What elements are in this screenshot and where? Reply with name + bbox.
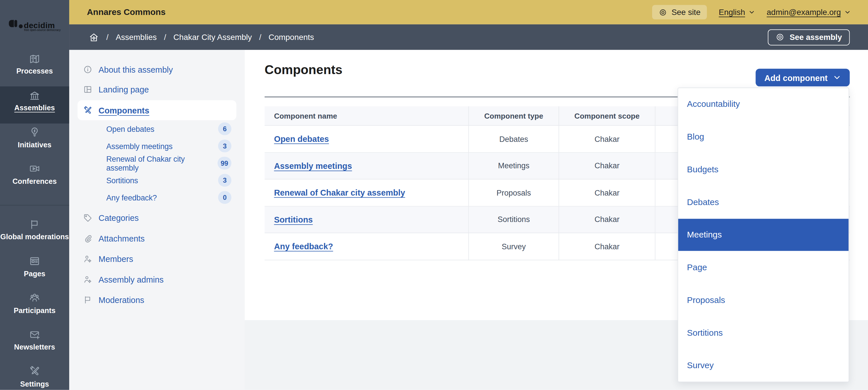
info-icon	[83, 65, 92, 74]
sidebar-item-label: Participants	[14, 306, 56, 315]
breadcrumb-item-chakar-city-assembly[interactable]: Chakar City Assembly	[174, 33, 252, 42]
tools-icon	[29, 366, 40, 378]
breadcrumb-separator: /	[157, 33, 174, 42]
eye-icon	[776, 33, 785, 42]
sidebar-item-members[interactable]: Members	[69, 249, 245, 269]
sidebar-item-landing-page[interactable]: Landing page	[69, 79, 245, 99]
language-selector[interactable]: English	[719, 8, 755, 17]
sidebar-subitem-label: Assembly meetings	[106, 142, 173, 150]
sidebar-item-processes[interactable]: Processes	[0, 50, 69, 87]
sidebar-item-label: Attachments	[98, 234, 145, 243]
see-site-button[interactable]: See site	[652, 5, 707, 20]
bank-icon	[29, 90, 40, 101]
tag-icon	[83, 213, 92, 222]
component-link[interactable]: Sortitions	[274, 215, 313, 224]
sidebar-item-assembly-admins[interactable]: Assembly admins	[69, 269, 245, 290]
dropdown-item-meetings[interactable]: Meetings	[678, 218, 848, 251]
user-menu[interactable]: admin@example.org	[767, 8, 851, 17]
sidebar-item-conferences[interactable]: Conferences	[0, 160, 69, 197]
decidim-logo[interactable]: decidim free open-source democracy	[0, 0, 69, 50]
language-label: English	[719, 8, 745, 17]
component-type: Debates	[499, 134, 528, 143]
primary-sidebar: decidim free open-source democracy Proce…	[0, 0, 69, 390]
sidebar-subitem-open-debates[interactable]: Open debates 6	[69, 120, 245, 137]
add-component-button[interactable]: Add component	[755, 69, 849, 86]
sidebar-item-attachments[interactable]: Attachments	[69, 228, 245, 249]
component-link[interactable]: Any feedback?	[274, 242, 333, 251]
sidebar-divider	[0, 205, 69, 206]
breadcrumb-home-link[interactable]	[89, 32, 99, 42]
sidebar-item-pages[interactable]: Pages	[0, 252, 69, 289]
decidim-logo-mark	[9, 20, 13, 27]
sidebar-item-newsletters[interactable]: Newsletters	[0, 326, 69, 363]
component-scope: Chakar	[594, 161, 619, 170]
sidebar-item-assemblies[interactable]: Assemblies	[0, 86, 69, 123]
sidebar-item-label: Assemblies	[14, 104, 55, 113]
paperclip-icon	[83, 234, 92, 243]
decidim-logo-mark	[14, 20, 18, 27]
breadcrumb: / Assemblies / Chakar City Assembly / Co…	[69, 24, 868, 50]
dropdown-item-page[interactable]: Page	[678, 251, 848, 284]
sidebar-lower-list: Categories Attachments Members	[69, 208, 245, 310]
components-sub-list: Open debates 6 Assembly meetings 3 Renew…	[69, 120, 245, 206]
top-bar-actions: See site English admin@example.org	[652, 5, 851, 20]
sidebar-item-initiatives[interactable]: Initiatives	[0, 123, 69, 160]
component-link[interactable]: Assembly meetings	[274, 161, 352, 171]
sidebar-subitem-label: Sortitions	[106, 176, 138, 185]
sidebar-item-label: Assembly admins	[98, 275, 164, 284]
eye-icon	[659, 8, 667, 17]
sidebar-item-label: Landing page	[98, 84, 149, 94]
dropdown-item-debates[interactable]: Debates	[678, 186, 848, 218]
component-scope: Chakar	[594, 134, 619, 143]
dropdown-item-accountability[interactable]: Accountability	[678, 88, 848, 121]
sidebar-item-label: Conferences	[12, 177, 57, 186]
count-badge: 0	[218, 191, 231, 204]
sidebar-subitem-sortitions[interactable]: Sortitions 3	[69, 172, 245, 189]
sidebar-item-participants[interactable]: Participants	[0, 289, 69, 326]
top-bar: Annares Commons See site English admin@e…	[69, 0, 868, 24]
sidebar-item-label: Settings	[20, 380, 49, 389]
sidebar-item-label: About this assembly	[98, 65, 173, 74]
component-type: Sortitions	[497, 215, 530, 224]
add-component-dropdown: Accountability Blog Budgets Debates Meet…	[678, 88, 849, 382]
add-component-label: Add component	[764, 73, 828, 83]
dropdown-item-blog[interactable]: Blog	[678, 121, 848, 153]
breadcrumb-item-components: Components	[268, 33, 314, 42]
see-assembly-button[interactable]: See assembly	[768, 29, 850, 46]
user-gear-icon	[83, 254, 92, 264]
site-title: Annares Commons	[87, 7, 166, 17]
sidebar-item-label: Newsletters	[14, 343, 55, 352]
component-link[interactable]: Open debates	[274, 134, 329, 144]
sidebar-item-global-moderations[interactable]: Global moderations	[0, 216, 69, 252]
column-header-component-name: Component name	[265, 106, 469, 125]
component-scope: Chakar	[594, 215, 619, 224]
breadcrumb-item-assemblies[interactable]: Assemblies	[116, 33, 157, 42]
breadcrumb-separator: /	[99, 33, 116, 42]
sidebar-item-label: Pages	[24, 270, 45, 278]
component-scope: Chakar	[594, 188, 619, 197]
dropdown-item-budgets[interactable]: Budgets	[678, 153, 848, 186]
sidebar-item-moderations[interactable]: Moderations	[69, 290, 245, 310]
sidebar-subitem-assembly-meetings[interactable]: Assembly meetings 3	[69, 137, 245, 154]
count-badge: 3	[218, 140, 231, 152]
sidebar-subitem-any-feedback[interactable]: Any feedback? 0	[69, 189, 245, 206]
dropdown-item-sortitions[interactable]: Sortitions	[678, 317, 848, 349]
sidebar-item-label: Moderations	[98, 295, 144, 305]
dropdown-item-proposals[interactable]: Proposals	[678, 284, 848, 317]
sidebar-subitem-renewal-of-chakar-city-assembly[interactable]: Renewal of Chakar city assembly 99	[69, 154, 245, 172]
sidebar-item-settings[interactable]: Settings	[0, 362, 69, 390]
tools-icon	[83, 106, 92, 115]
component-link[interactable]: Renewal of Chakar city assembly	[274, 188, 405, 197]
see-assembly-label: See assembly	[789, 33, 842, 42]
dropdown-item-survey[interactable]: Survey	[678, 349, 848, 382]
sidebar-item-label: Global moderations	[0, 233, 69, 242]
sidebar-item-components[interactable]: Components	[78, 100, 236, 120]
sidebar-item-categories[interactable]: Categories	[69, 208, 245, 228]
flag-icon	[29, 218, 40, 230]
decidim-admin-screen: decidim free open-source democracy Proce…	[0, 0, 868, 390]
column-header-component-type: Component type	[469, 106, 559, 125]
count-badge: 3	[218, 174, 231, 187]
mail-add-icon	[29, 329, 40, 340]
people-group-icon	[29, 292, 40, 304]
sidebar-item-about-assembly[interactable]: About this assembly	[69, 59, 245, 79]
